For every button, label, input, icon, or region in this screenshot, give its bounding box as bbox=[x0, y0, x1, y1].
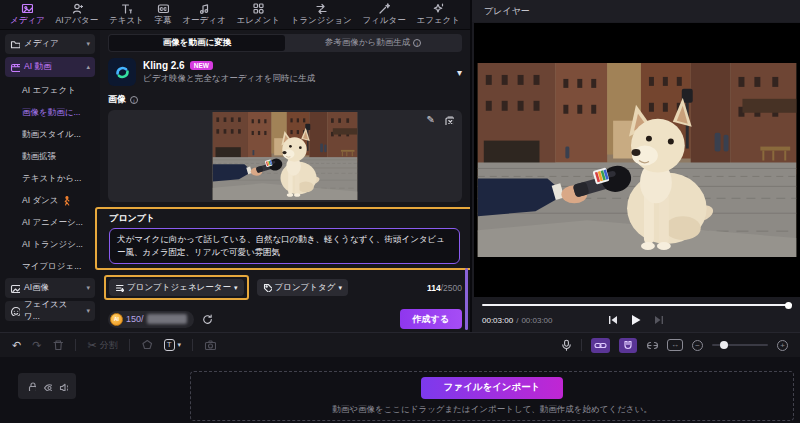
credits-balance[interactable]: AI 150/ bbox=[108, 311, 194, 328]
elements-icon bbox=[252, 2, 264, 14]
sidebar-item-ai-image[interactable]: AI画像 ▾ bbox=[5, 278, 95, 298]
tab-transitions[interactable]: トランジション bbox=[291, 2, 352, 27]
seek-bar[interactable] bbox=[482, 302, 792, 309]
model-selector[interactable]: Kling 2.6 NEW ビデオ映像と完全なオーディオを同時に生成 ▾ bbox=[108, 58, 462, 86]
split-button[interactable]: ✂ 分割 bbox=[87, 339, 117, 352]
speed-button[interactable] bbox=[141, 339, 153, 351]
image-upload-box[interactable]: ✎ bbox=[108, 110, 462, 202]
chevron-down-icon: ▾ bbox=[86, 40, 90, 48]
next-frame-button[interactable] bbox=[655, 315, 664, 325]
tab-audio[interactable]: オーディオ bbox=[182, 2, 225, 27]
tab-label: エフェクト bbox=[416, 15, 460, 27]
sidebar-item-ai-dance[interactable]: AI ダンス bbox=[5, 190, 95, 212]
lock-track-icon[interactable] bbox=[27, 382, 36, 391]
tab-captions[interactable]: 字幕 bbox=[155, 2, 172, 27]
text-tool-button[interactable]: T ▾ bbox=[164, 339, 181, 351]
filters-icon bbox=[378, 2, 390, 14]
prompt-generator-button[interactable]: プロンプトジェネレーター ▾ bbox=[109, 279, 244, 296]
toolbar-divider bbox=[192, 339, 193, 351]
info-icon: i bbox=[413, 39, 421, 47]
media-drop-zone[interactable]: ファイルをインポート 動画や画像をここにドラッグまたはインポートして、動画作成を… bbox=[190, 371, 794, 421]
tab-label: フィルター bbox=[362, 15, 405, 27]
delete-button[interactable] bbox=[52, 339, 64, 351]
tab-ai-avatar[interactable]: AIアバター bbox=[56, 2, 99, 27]
transitions-icon bbox=[315, 2, 327, 14]
total-time: 00:03:00 bbox=[521, 316, 552, 325]
create-button[interactable]: 作成する bbox=[400, 309, 462, 329]
previous-frame-button[interactable] bbox=[609, 315, 618, 325]
refresh-icon bbox=[202, 314, 213, 325]
credits-value: 150/ bbox=[126, 314, 144, 324]
play-button[interactable] bbox=[631, 314, 642, 326]
microphone-icon bbox=[560, 339, 572, 351]
track-header bbox=[18, 373, 76, 399]
ai-credit-coin-icon: AI bbox=[110, 313, 123, 326]
seek-track bbox=[482, 304, 792, 306]
undo-button[interactable]: ↶ bbox=[12, 340, 21, 351]
tab-elements[interactable]: エレメント bbox=[236, 2, 280, 27]
panel-scrollbar[interactable] bbox=[465, 268, 468, 330]
sidebar-item-ai-transition[interactable]: AI トランジシ... bbox=[5, 234, 95, 256]
delete-image-icon[interactable] bbox=[444, 115, 454, 125]
current-time: 00:03:00 bbox=[482, 316, 513, 325]
sidebar-item-label: フェイススワ... bbox=[24, 299, 82, 323]
edit-image-icon[interactable]: ✎ bbox=[427, 115, 435, 125]
sidebar-item-text-to-video[interactable]: テキストから... bbox=[5, 168, 95, 190]
chevron-down-icon: ▾ bbox=[178, 341, 182, 349]
new-badge: NEW bbox=[190, 61, 213, 70]
tab-image-to-video[interactable]: 画像を動画に変換 bbox=[109, 35, 285, 51]
toolbar-divider bbox=[75, 339, 76, 351]
record-voiceover-button[interactable] bbox=[560, 339, 572, 351]
top-toolbar: メディア AIアバター テキスト 字幕 オーディオ エレメント トランジション bbox=[0, 0, 470, 30]
sidebar-item-video-extend[interactable]: 動画拡張 bbox=[5, 146, 95, 168]
preview-frame bbox=[474, 63, 800, 257]
sidebar-item-image-to-video[interactable]: 画像を動画に... bbox=[5, 102, 95, 124]
toolbar-divider bbox=[581, 339, 582, 351]
redo-button[interactable]: ↷ bbox=[32, 340, 41, 351]
image-label: 画像 bbox=[108, 93, 126, 106]
camera-icon bbox=[204, 339, 216, 351]
tab-reference-to-video[interactable]: 参考画像から動画生成 i bbox=[285, 35, 461, 51]
ai-image-icon bbox=[10, 283, 20, 293]
tab-media[interactable]: メディア bbox=[10, 2, 45, 27]
sidebar-item-video-style[interactable]: 動画スタイル... bbox=[5, 124, 95, 146]
prompt-tags-button[interactable]: プロンプトタグ ▾ bbox=[257, 279, 348, 296]
zoom-out-button[interactable]: − bbox=[692, 340, 703, 351]
folder-icon bbox=[10, 39, 20, 49]
tab-text[interactable]: テキスト bbox=[109, 2, 144, 27]
unlink-button[interactable] bbox=[646, 339, 658, 351]
hide-track-icon[interactable] bbox=[43, 382, 52, 391]
zoom-slider-knob[interactable] bbox=[720, 341, 728, 349]
prompt-input[interactable]: 犬がマイクに向かって話している、自然な口の動き、軽くうなずく、街頭インタビュー風… bbox=[109, 228, 460, 264]
link-clips-toggle[interactable] bbox=[591, 338, 610, 353]
mute-track-icon[interactable] bbox=[59, 382, 68, 391]
tab-label: 字幕 bbox=[155, 15, 172, 27]
chevron-down-icon[interactable]: ▾ bbox=[457, 67, 462, 78]
sidebar-item-media[interactable]: メディア ▾ bbox=[5, 34, 95, 54]
player-header: プレイヤー bbox=[472, 0, 800, 22]
zoom-in-button[interactable]: + bbox=[777, 340, 788, 351]
tag-icon bbox=[263, 283, 272, 292]
sidebar-item-ai-animation[interactable]: AI アニメーシ... bbox=[5, 212, 95, 234]
timeline-area: ファイルをインポート 動画や画像をここにドラッグまたはインポートして、動画作成を… bbox=[0, 357, 800, 423]
snap-toggle[interactable] bbox=[619, 338, 637, 353]
ai-video-icon bbox=[10, 62, 20, 72]
face-icon bbox=[10, 306, 20, 316]
sidebar-item-ai-effects[interactable]: AI エフェクト bbox=[5, 80, 95, 102]
tab-effects[interactable]: エフェクト bbox=[416, 2, 460, 27]
timeline-zoom-slider[interactable] bbox=[712, 344, 768, 346]
playhead-handle[interactable] bbox=[785, 302, 792, 309]
character-count: 114/2500 bbox=[427, 283, 462, 293]
chevron-down-icon: ▾ bbox=[86, 307, 90, 315]
tab-filters[interactable]: フィルター bbox=[362, 2, 405, 27]
sidebar-item-my-projects[interactable]: マイプロジェ... bbox=[5, 256, 95, 278]
sidebar-item-face-swap[interactable]: フェイススワ... ▾ bbox=[5, 301, 95, 321]
refresh-credits-button[interactable] bbox=[202, 314, 213, 325]
fit-timeline-button[interactable]: ↔ bbox=[667, 339, 683, 351]
sidebar-item-label: メディア bbox=[24, 38, 59, 50]
import-file-button[interactable]: ファイルをインポート bbox=[421, 377, 562, 399]
snapshot-button[interactable] bbox=[204, 339, 216, 351]
player-title: プレイヤー bbox=[484, 5, 530, 18]
sidebar-item-ai-video[interactable]: AI 動画 ▴ bbox=[5, 57, 95, 77]
prompt-highlight-annotation: プロンプト 犬がマイクに向かって話している、自然な口の動き、軽くうなずく、街頭イ… bbox=[95, 207, 473, 270]
